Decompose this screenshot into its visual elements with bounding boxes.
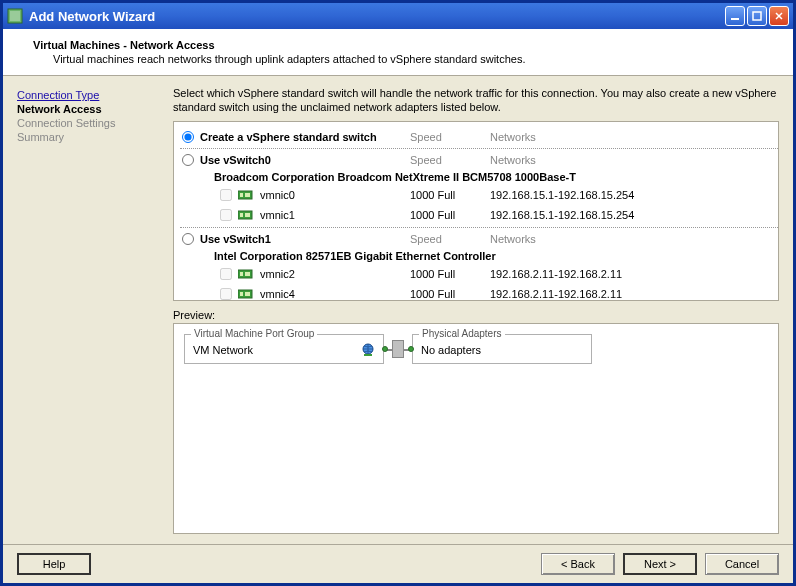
svg-rect-17 [245, 292, 250, 296]
nic-checkbox[interactable] [220, 209, 232, 221]
option-label: Use vSwitch0 [200, 154, 410, 166]
nic-icon [238, 288, 254, 300]
titlebar: Add Network Wizard [3, 3, 793, 29]
vmpg-value: VM Network [193, 344, 253, 356]
col-header-speed: Speed [410, 131, 490, 143]
nic-row: vmnic2 1000 Full 192.168.2.11-192.168.2.… [180, 264, 778, 284]
app-icon [7, 8, 23, 24]
nic-speed: 1000 Full [410, 209, 490, 221]
nic-icon [238, 209, 254, 221]
svg-rect-8 [245, 193, 250, 197]
nic-speed: 1000 Full [410, 189, 490, 201]
page-title: Virtual Machines - Network Access [33, 39, 763, 51]
col-header-speed: Speed [410, 154, 490, 166]
wizard-footer: Help < Back Next > Cancel [3, 544, 793, 583]
connection-line [384, 334, 412, 364]
main-content: Select which vSphere standard switch wil… [173, 86, 779, 534]
option-create-switch[interactable]: Create a vSphere standard switch Speed N… [180, 128, 778, 146]
instruction-text: Select which vSphere standard switch wil… [173, 86, 779, 115]
option-use-vswitch1[interactable]: Use vSwitch1 Speed Networks [180, 230, 778, 248]
svg-rect-7 [240, 193, 243, 197]
nic-networks: 192.168.15.1-192.168.15.254 [490, 209, 634, 221]
svg-rect-14 [245, 272, 250, 276]
nic-networks: 192.168.2.11-192.168.2.11 [490, 288, 622, 300]
adapter-group-title: Broadcom Corporation Broadcom NetXtreme … [214, 169, 778, 185]
nic-checkbox[interactable] [220, 189, 232, 201]
svg-rect-2 [731, 18, 739, 20]
minimize-button[interactable] [725, 6, 745, 26]
col-header-speed: Speed [410, 233, 490, 245]
preview-panel: Virtual Machine Port Group VM Network P [173, 323, 779, 534]
nic-networks: 192.168.2.11-192.168.2.11 [490, 268, 622, 280]
vm-port-group-box: Virtual Machine Port Group VM Network [184, 334, 384, 364]
col-header-networks: Networks [490, 131, 536, 143]
window-buttons [725, 6, 789, 26]
divider [180, 148, 778, 149]
nic-networks: 192.168.15.1-192.168.15.254 [490, 189, 634, 201]
col-header-networks: Networks [490, 233, 536, 245]
nav-step-connection-settings: Connection Settings [17, 116, 163, 130]
maximize-button[interactable] [747, 6, 767, 26]
nic-icon [238, 189, 254, 201]
option-use-vswitch0[interactable]: Use vSwitch0 Speed Networks [180, 151, 778, 169]
svg-rect-3 [753, 12, 761, 20]
svg-rect-16 [240, 292, 243, 296]
globe-icon [361, 343, 375, 357]
pa-legend: Physical Adapters [419, 328, 505, 339]
radio-use-vswitch1[interactable] [182, 233, 194, 245]
nic-name: vmnic2 [260, 268, 410, 280]
nic-checkbox[interactable] [220, 268, 232, 280]
wizard-steps-nav: Connection Type Network Access Connectio… [17, 86, 163, 534]
nav-step-network-access: Network Access [17, 102, 163, 116]
preview-label: Preview: [173, 309, 779, 321]
nic-speed: 1000 Full [410, 268, 490, 280]
back-button[interactable]: < Back [541, 553, 615, 575]
page-subtitle: Virtual machines reach networks through … [53, 53, 763, 65]
close-button[interactable] [769, 6, 789, 26]
nic-name: vmnic1 [260, 209, 410, 221]
svg-rect-13 [240, 272, 243, 276]
svg-rect-10 [240, 213, 243, 217]
nic-row: vmnic0 1000 Full 192.168.15.1-192.168.15… [180, 185, 778, 205]
nic-icon [238, 268, 254, 280]
wizard-body: Connection Type Network Access Connectio… [3, 76, 793, 544]
nic-name: vmnic4 [260, 288, 410, 300]
radio-use-vswitch0[interactable] [182, 154, 194, 166]
nic-speed: 1000 Full [410, 288, 490, 300]
nav-step-connection-type[interactable]: Connection Type [17, 88, 163, 102]
preview-diagram: Virtual Machine Port Group VM Network P [184, 334, 768, 364]
nic-row: vmnic1 1000 Full 192.168.15.1-192.168.15… [180, 205, 778, 225]
svg-rect-11 [245, 213, 250, 217]
cancel-button[interactable]: Cancel [705, 553, 779, 575]
nic-checkbox[interactable] [220, 288, 232, 300]
wizard-header: Virtual Machines - Network Access Virtua… [3, 29, 793, 76]
svg-rect-19 [364, 354, 372, 356]
svg-rect-1 [10, 11, 20, 21]
switch-selection-panel[interactable]: Create a vSphere standard switch Speed N… [173, 121, 779, 301]
help-button[interactable]: Help [17, 553, 91, 575]
physical-adapters-box: Physical Adapters No adapters [412, 334, 592, 364]
radio-create-switch[interactable] [182, 131, 194, 143]
nic-name: vmnic0 [260, 189, 410, 201]
adapter-group-title: Intel Corporation 82571EB Gigabit Ethern… [214, 248, 778, 264]
divider [180, 227, 778, 228]
next-button[interactable]: Next > [623, 553, 697, 575]
wizard-window: Add Network Wizard Virtual Machines - Ne… [0, 0, 796, 586]
col-header-networks: Networks [490, 154, 536, 166]
pa-value: No adapters [421, 344, 481, 356]
option-label: Use vSwitch1 [200, 233, 410, 245]
nav-step-summary: Summary [17, 130, 163, 144]
window-title: Add Network Wizard [29, 9, 725, 24]
option-label: Create a vSphere standard switch [200, 131, 410, 143]
vmpg-legend: Virtual Machine Port Group [191, 328, 317, 339]
nic-row: vmnic4 1000 Full 192.168.2.11-192.168.2.… [180, 284, 778, 301]
